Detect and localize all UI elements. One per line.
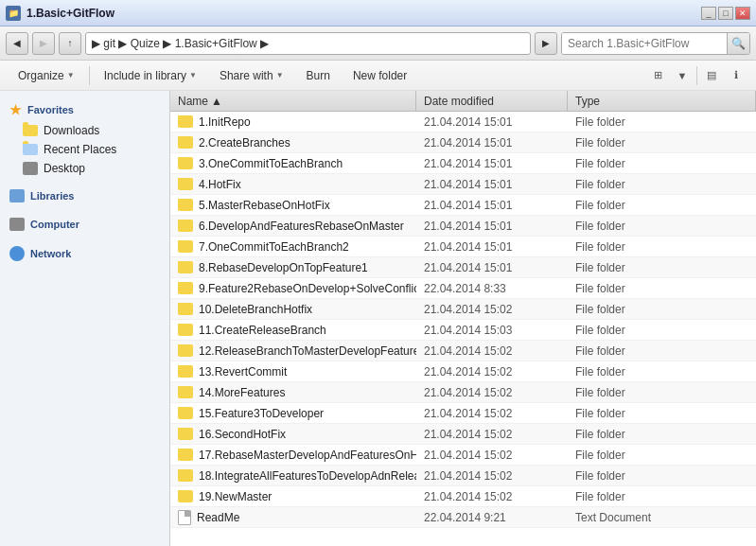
file-date-cell: 21.04.2014 15:02 <box>416 469 568 483</box>
folder-icon <box>178 282 193 294</box>
table-row[interactable]: 7.OneCommitToEachBranch2 21.04.2014 15:0… <box>170 237 756 257</box>
folder-icon <box>178 136 193 149</box>
file-name-cell: 4.HotFix <box>170 178 416 191</box>
file-list-body: 1.InitRepo 21.04.2014 15:01 File folder … <box>170 112 756 546</box>
folder-icon <box>178 220 193 232</box>
file-type-cell: File folder <box>568 157 756 170</box>
table-row[interactable]: 5.MasterRebaseOnHotFix 21.04.2014 15:01 … <box>170 195 756 216</box>
search-input[interactable] <box>562 33 727 54</box>
forward-button[interactable]: ▶ <box>32 32 55 55</box>
file-type-cell: File folder <box>568 115 756 129</box>
back-button[interactable]: ◀ <box>6 32 28 55</box>
column-header-type[interactable]: Type <box>568 91 756 111</box>
include-chevron: ▼ <box>189 71 197 79</box>
table-row[interactable]: 13.RevertCommit 21.04.2014 15:02 File fo… <box>170 361 756 382</box>
folder-icon <box>178 240 193 253</box>
table-row[interactable]: 12.ReleaseBranchToMasterDevelopFeatures … <box>170 341 756 361</box>
view-controls: ⊞ ▼ ▤ ℹ <box>647 65 747 86</box>
table-row[interactable]: 15.Feature3ToDeveloper 21.04.2014 15:02 … <box>170 403 756 424</box>
table-row[interactable]: 19.NewMaster 21.04.2014 15:02 File folde… <box>170 486 756 507</box>
file-name: 7.OneCommitToEachBranch2 <box>199 240 349 254</box>
window-title: 1.Basic+GitFlow <box>26 7 114 20</box>
include-library-button[interactable]: Include in library ▼ <box>96 64 205 87</box>
main-area: ★ Favorites Downloads Recent Places Desk… <box>0 91 756 546</box>
table-row[interactable]: 6.DevelopAndFeaturesRebaseOnMaster 21.04… <box>170 216 756 237</box>
downloads-folder-icon <box>23 125 38 136</box>
table-row[interactable]: 8.RebaseDevelopOnTopFeature1 21.04.2014 … <box>170 257 756 278</box>
file-name-cell: 8.RebaseDevelopOnTopFeature1 <box>170 261 416 274</box>
view-toggle-button[interactable]: ▼ <box>672 65 693 86</box>
view-options-button[interactable]: ⊞ <box>647 65 668 86</box>
file-date-cell: 21.04.2014 15:01 <box>416 240 568 254</box>
path-text: ▶ git ▶ Quize ▶ 1.Basic+GitFlow ▶ <box>92 37 269 50</box>
refresh-button[interactable]: ▶ <box>535 32 557 55</box>
table-row[interactable]: 14.MoreFeatures 21.04.2014 15:02 File fo… <box>170 382 756 403</box>
title-bar: 📁 1.Basic+GitFlow _ □ ✕ <box>0 0 756 26</box>
address-path[interactable]: ▶ git ▶ Quize ▶ 1.Basic+GitFlow ▶ <box>85 32 531 55</box>
desktop-label: Desktop <box>44 162 85 175</box>
file-date-cell: 21.04.2014 15:02 <box>416 449 568 462</box>
sidebar-item-recent-places[interactable]: Recent Places <box>0 140 169 159</box>
column-header-name[interactable]: Name ▲ <box>170 91 416 111</box>
burn-button[interactable]: Burn <box>298 64 339 87</box>
file-type-cell: File folder <box>568 199 756 212</box>
libraries-label: Libraries <box>30 190 74 202</box>
file-name-cell: 11.CreateReleaseBranch <box>170 324 416 337</box>
network-header[interactable]: Network <box>0 242 169 265</box>
details-pane-button[interactable]: ℹ <box>726 65 747 86</box>
recent-places-icon <box>23 144 38 155</box>
separator-2 <box>696 66 697 85</box>
file-name-cell: 1.InitRepo <box>170 115 416 129</box>
table-row[interactable]: ReadMe 22.04.2014 9:21 Text Document <box>170 507 756 528</box>
folder-icon <box>178 428 193 440</box>
table-row[interactable]: 10.DeleteBranchHotfix 21.04.2014 15:02 F… <box>170 299 756 320</box>
table-row[interactable]: 2.CreateBranches 21.04.2014 15:01 File f… <box>170 132 756 153</box>
search-box[interactable]: 🔍 <box>561 32 750 55</box>
new-folder-button[interactable]: New folder <box>344 64 415 87</box>
table-row[interactable]: 11.CreateReleaseBranch 21.04.2014 15:03 … <box>170 320 756 341</box>
sidebar-item-desktop[interactable]: Desktop <box>0 159 169 178</box>
file-name: 3.OneCommitToEachBranch <box>199 157 343 170</box>
up-button[interactable]: ↑ <box>59 32 81 55</box>
file-type-cell: File folder <box>568 240 756 254</box>
folder-icon <box>178 449 193 461</box>
favorites-header[interactable]: ★ Favorites <box>0 98 169 121</box>
table-row[interactable]: 3.OneCommitToEachBranch 21.04.2014 15:01… <box>170 153 756 174</box>
folder-icon <box>178 115 193 128</box>
search-button[interactable]: 🔍 <box>727 33 749 54</box>
file-date-cell: 21.04.2014 15:02 <box>416 490 568 503</box>
file-date-cell: 21.04.2014 15:03 <box>416 324 568 337</box>
include-library-label: Include in library <box>104 69 186 82</box>
table-row[interactable]: 18.IntegrateAllFeaturesToDevelopAdnRelea… <box>170 466 756 486</box>
file-date-cell: 21.04.2014 15:02 <box>416 303 568 316</box>
minimize-button[interactable]: _ <box>701 7 716 20</box>
col-name-label: Name <box>178 95 208 108</box>
desktop-icon <box>23 162 38 175</box>
folder-icon <box>178 303 193 315</box>
window-controls[interactable]: _ □ ✕ <box>701 7 750 20</box>
share-with-button[interactable]: Share with ▼ <box>211 64 292 87</box>
file-name-cell: 13.RevertCommit <box>170 365 416 379</box>
organize-button[interactable]: Organize ▼ <box>9 64 83 87</box>
file-date-cell: 21.04.2014 15:01 <box>416 136 568 150</box>
table-row[interactable]: 16.SecondHotFix 21.04.2014 15:02 File fo… <box>170 424 756 445</box>
sidebar-item-downloads[interactable]: Downloads <box>0 121 169 140</box>
sidebar: ★ Favorites Downloads Recent Places Desk… <box>0 91 170 546</box>
table-row[interactable]: 1.InitRepo 21.04.2014 15:01 File folder <box>170 112 756 132</box>
file-name: 5.MasterRebaseOnHotFix <box>199 199 330 212</box>
file-date-cell: 21.04.2014 15:01 <box>416 220 568 233</box>
share-chevron: ▼ <box>276 71 284 79</box>
table-row[interactable]: 17.RebaseMasterDevelopAndFeaturesOnHo...… <box>170 445 756 466</box>
computer-header[interactable]: Computer <box>0 214 169 235</box>
file-name: 1.InitRepo <box>199 115 251 129</box>
organize-chevron: ▼ <box>67 71 75 79</box>
libraries-header[interactable]: Libraries <box>0 185 169 206</box>
close-button[interactable]: ✕ <box>735 7 750 20</box>
file-name-cell: 10.DeleteBranchHotfix <box>170 303 416 316</box>
maximize-button[interactable]: □ <box>718 7 733 20</box>
preview-pane-button[interactable]: ▤ <box>701 65 722 86</box>
network-label: Network <box>30 248 71 259</box>
table-row[interactable]: 9.Feature2RebaseOnDevelop+SolveConflict … <box>170 278 756 299</box>
table-row[interactable]: 4.HotFix 21.04.2014 15:01 File folder <box>170 174 756 195</box>
column-header-date[interactable]: Date modified <box>416 91 568 111</box>
